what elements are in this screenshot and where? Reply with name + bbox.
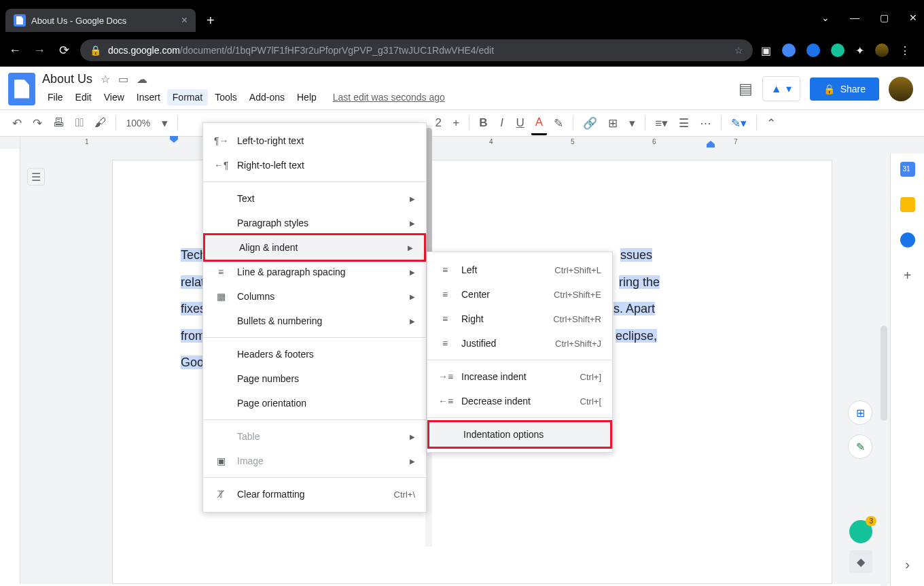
bold-button[interactable]: B <box>475 112 491 134</box>
docs-toolbar: ↶ ↷ 🖶 Ａ̲ 🖌 100% ▾ 2 + B I U A ✎ 🔗 ⊞ ▾ ≡▾… <box>0 109 924 137</box>
last-edit-link[interactable]: Last edit was seconds ago <box>333 92 445 103</box>
chevron-down-icon[interactable]: ▾ <box>157 112 172 135</box>
align-indent-submenu: ≡ Left Ctrl+Shift+L ≡ Center Ctrl+Shift+… <box>427 252 613 453</box>
redo-button[interactable]: ↷ <box>29 112 46 135</box>
menu-bullets-numbering[interactable]: Bullets & numbering ▶ <box>203 309 426 333</box>
submenu-align-center[interactable]: ≡ Center Ctrl+Shift+E <box>427 282 612 307</box>
submenu-decrease-indent[interactable]: ←≡ Decrease indent Ctrl+[ <box>427 389 612 413</box>
menu-clear-formatting[interactable]: 𝕋̸ Clear formatting Ctrl+\ <box>203 482 426 506</box>
document-title[interactable]: About Us <box>42 72 92 86</box>
undo-button[interactable]: ↶ <box>8 112 26 135</box>
add-comment-bubble[interactable]: ⊞ <box>848 400 872 425</box>
menu-view[interactable]: View <box>99 89 130 105</box>
extension-icon[interactable] <box>782 44 796 57</box>
new-tab-button[interactable]: + <box>207 13 215 29</box>
browser-tab[interactable]: About Us - Google Docs × <box>5 9 196 32</box>
menu-page-numbers[interactable]: Page numbers <box>203 366 426 391</box>
menu-insert[interactable]: Insert <box>131 89 166 105</box>
font-size-input[interactable]: 2 <box>431 112 446 134</box>
print-button[interactable]: 🖶 <box>49 112 69 134</box>
underline-button[interactable]: U <box>512 112 529 134</box>
paint-format-button[interactable]: 🖌 <box>90 112 110 134</box>
reload-button[interactable]: ⟳ <box>56 43 72 58</box>
collapse-sidepanel-button[interactable]: › <box>905 557 910 572</box>
menu-edit[interactable]: Edit <box>70 89 97 105</box>
submenu-increase-indent[interactable]: →≡ Increase indent Ctrl+] <box>427 364 612 389</box>
extensions-puzzle-icon[interactable]: ✦ <box>855 44 864 57</box>
submenu-indentation-options[interactable]: Indentation options <box>427 420 612 449</box>
highlight-button[interactable]: ✎ <box>550 112 567 135</box>
menu-format[interactable]: Format <box>167 89 208 105</box>
share-button[interactable]: 🔒 Share <box>810 77 879 101</box>
menu-page-orientation[interactable]: Page orientation <box>203 391 426 415</box>
menu-text[interactable]: Text ▶ <box>203 186 426 211</box>
extension-icon[interactable] <box>806 44 820 57</box>
submenu-align-justified[interactable]: ≡ Justified Ctrl+Shift+J <box>427 331 612 356</box>
menu-help[interactable]: Help <box>291 89 322 105</box>
profile-avatar-icon[interactable] <box>875 44 889 57</box>
align-button[interactable]: ≡▾ <box>651 112 672 135</box>
add-addon-button[interactable]: + <box>900 268 915 283</box>
move-icon[interactable]: ▭ <box>118 73 128 86</box>
editing-mode-button[interactable]: ✎▾ <box>727 112 751 135</box>
lock-icon: 🔒 <box>90 45 101 56</box>
present-button[interactable]: ▲ ▾ <box>762 76 800 101</box>
collapse-toolbar-button[interactable]: ⌃ <box>762 112 780 135</box>
menu-paragraph-styles[interactable]: Paragraph styles ▶ <box>203 211 426 235</box>
zoom-select[interactable]: 100% <box>122 115 154 131</box>
maximize-button[interactable]: ▢ <box>880 12 889 23</box>
calendar-icon[interactable] <box>900 162 915 177</box>
browser-menu-icon[interactable]: ⋮ <box>900 44 910 57</box>
menu-addons[interactable]: Add-ons <box>244 89 290 105</box>
keep-icon[interactable] <box>900 197 915 212</box>
menu-line-spacing[interactable]: ≡ Line & paragraph spacing ▶ <box>203 260 426 284</box>
minimize-button[interactable]: — <box>850 12 859 23</box>
grammarly-icon[interactable] <box>849 520 872 543</box>
explore-button[interactable]: ◆ <box>849 550 872 573</box>
menu-file[interactable]: File <box>42 89 69 105</box>
submenu-align-left[interactable]: ≡ Left Ctrl+Shift+L <box>427 258 612 282</box>
menu-headers-footers[interactable]: Headers & footers <box>203 342 426 366</box>
line-spacing-icon: ≡ <box>214 266 228 277</box>
docs-logo-icon[interactable] <box>8 73 35 105</box>
forward-button[interactable]: → <box>31 44 48 58</box>
comments-icon[interactable]: ▤ <box>739 80 753 98</box>
menu-columns[interactable]: ▦ Columns ▶ <box>203 284 426 309</box>
tasks-icon[interactable] <box>900 232 915 247</box>
more-button[interactable]: ⋯ <box>696 112 715 135</box>
text-color-button[interactable]: A <box>531 111 547 135</box>
font-size-increase[interactable]: + <box>448 112 463 134</box>
submenu-align-right[interactable]: ≡ Right Ctrl+Shift+R <box>427 307 612 331</box>
insert-image-button[interactable]: ▾ <box>624 112 639 135</box>
italic-button[interactable]: I <box>495 112 510 134</box>
menu-rtl-text[interactable]: ←¶ Right-to-left text <box>203 153 426 177</box>
insert-comment-button[interactable]: ⊞ <box>604 112 622 135</box>
bookmark-star-icon[interactable]: ☆ <box>734 45 743 56</box>
right-indent-marker[interactable] <box>707 141 715 148</box>
horizontal-ruler[interactable]: 1 4 5 6 7 <box>0 137 924 149</box>
document-scrollbar[interactable] <box>881 326 887 586</box>
dropdown-chevron-icon[interactable]: ⌄ <box>821 12 830 23</box>
spellcheck-button[interactable]: Ａ̲ <box>71 112 88 134</box>
line-spacing-button[interactable]: ☰ <box>675 112 693 135</box>
address-bar[interactable]: 🔒 docs.google.com /document/d/1bqPW7lF1f… <box>80 39 753 61</box>
submenu-arrow-icon: ▶ <box>410 433 415 441</box>
menu-table: Table ▶ <box>203 424 426 449</box>
close-window-button[interactable]: ✕ <box>909 12 917 23</box>
menu-align-indent[interactable]: Align & indent ▶ <box>203 233 426 262</box>
account-avatar[interactable] <box>889 77 913 101</box>
star-icon[interactable]: ☆ <box>101 73 110 86</box>
tab-close-button[interactable]: × <box>181 14 188 27</box>
cloud-saved-icon[interactable]: ☁ <box>137 73 147 86</box>
suggest-edit-bubble[interactable]: ✎ <box>848 434 872 459</box>
reader-icon[interactable]: ▣ <box>761 44 771 57</box>
insert-link-button[interactable]: 🔗 <box>579 112 601 135</box>
menu-ltr-text[interactable]: ¶→ Left-to-right text <box>203 128 426 153</box>
align-left-icon: ≡ <box>438 264 452 275</box>
menu-tools[interactable]: Tools <box>209 89 243 105</box>
vertical-ruler[interactable] <box>0 149 20 584</box>
extension-icon[interactable] <box>831 44 845 57</box>
format-dropdown: ¶→ Left-to-right text ←¶ Right-to-left t… <box>202 122 427 513</box>
back-button[interactable]: ← <box>7 44 23 58</box>
first-line-indent-marker[interactable] <box>170 136 178 143</box>
